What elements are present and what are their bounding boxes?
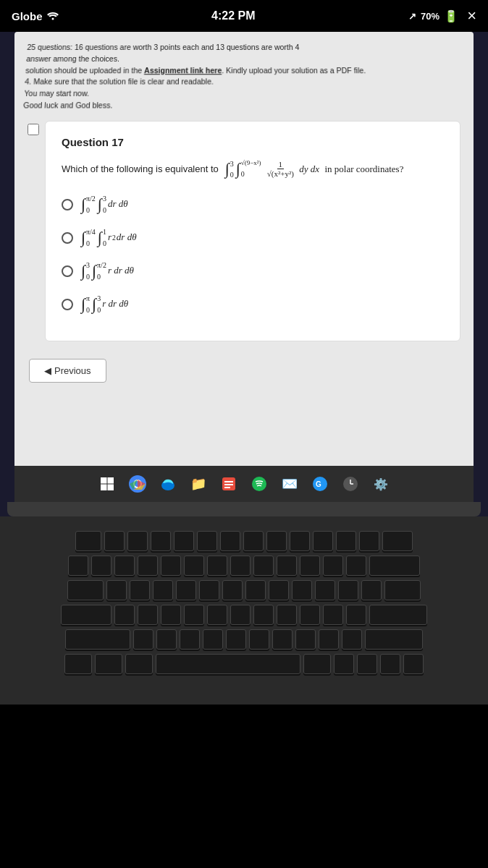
key-e[interactable] xyxy=(153,580,173,600)
instruction-line1: 25 questions: 16 questions are worth 3 p… xyxy=(27,42,461,54)
windows-icon[interactable] xyxy=(96,473,118,495)
key-minus[interactable] xyxy=(323,556,343,576)
key-x[interactable] xyxy=(156,629,177,650)
key-7[interactable] xyxy=(230,556,251,576)
app1-icon[interactable] xyxy=(218,473,240,495)
option-b[interactable]: ∫ π/40 ∫ 10 r2dr dθ xyxy=(62,226,444,250)
key-b[interactable] xyxy=(226,629,246,650)
key-f10[interactable] xyxy=(313,531,333,551)
key-f3[interactable] xyxy=(151,531,171,551)
key-tab[interactable] xyxy=(67,580,104,600)
key-c[interactable] xyxy=(180,629,200,650)
key-f[interactable] xyxy=(184,605,204,625)
settings-icon[interactable]: ⚙️ xyxy=(370,473,392,495)
option-d[interactable]: ∫ π0 ∫ 30 r dr dθ xyxy=(62,293,444,316)
key-f4[interactable] xyxy=(174,531,194,551)
option-c[interactable]: ∫ 30 ∫ π/20 r dr dθ xyxy=(62,260,444,283)
key-6[interactable] xyxy=(207,556,227,576)
key-1[interactable] xyxy=(91,556,112,576)
option-a[interactable]: ∫ π/20 ∫ 30 dr dθ xyxy=(62,193,444,216)
assignment-link[interactable]: Assignment link here xyxy=(144,66,222,75)
music-icon[interactable] xyxy=(248,473,270,495)
key-period[interactable] xyxy=(319,629,339,650)
key-3[interactable] xyxy=(138,556,158,576)
key-t[interactable] xyxy=(199,580,219,600)
key-f2[interactable] xyxy=(127,531,148,551)
key-lbracket[interactable] xyxy=(338,580,358,600)
key-v[interactable] xyxy=(203,629,223,650)
key-f11[interactable] xyxy=(336,531,356,551)
key-rshift[interactable] xyxy=(365,629,423,650)
key-d[interactable] xyxy=(161,605,181,625)
key-p[interactable] xyxy=(315,580,335,600)
key-quote[interactable] xyxy=(346,605,366,625)
key-backslash[interactable] xyxy=(384,580,421,600)
key-f8[interactable] xyxy=(266,531,287,551)
clock-icon[interactable] xyxy=(340,473,361,495)
key-del[interactable] xyxy=(382,531,413,551)
key-down[interactable] xyxy=(380,654,400,674)
key-4[interactable] xyxy=(161,556,181,576)
radio-b[interactable] xyxy=(62,232,73,244)
key-backtick[interactable] xyxy=(68,556,88,576)
key-5[interactable] xyxy=(184,556,204,576)
key-y[interactable] xyxy=(222,580,243,600)
radio-a[interactable] xyxy=(62,199,73,210)
key-n[interactable] xyxy=(249,629,269,650)
key-o[interactable] xyxy=(292,580,312,600)
key-a[interactable] xyxy=(114,605,135,625)
question-checkbox[interactable] xyxy=(28,124,39,135)
key-semicolon[interactable] xyxy=(323,605,343,625)
key-z[interactable] xyxy=(133,629,153,650)
key-equal[interactable] xyxy=(346,556,366,576)
key-f7[interactable] xyxy=(243,531,264,551)
key-f12[interactable] xyxy=(359,531,379,551)
key-s[interactable] xyxy=(138,605,158,625)
key-esc[interactable] xyxy=(75,531,101,551)
key-ralt[interactable] xyxy=(303,654,331,674)
key-right[interactable] xyxy=(403,654,424,674)
key-i[interactable] xyxy=(269,580,289,600)
key-m[interactable] xyxy=(272,629,293,650)
key-rbracket[interactable] xyxy=(361,580,382,600)
key-0[interactable] xyxy=(300,556,320,576)
radio-c[interactable] xyxy=(62,265,73,277)
key-fn[interactable] xyxy=(64,654,92,674)
key-k[interactable] xyxy=(277,605,297,625)
previous-button[interactable]: ◀ Previous xyxy=(29,359,106,383)
key-9[interactable] xyxy=(277,556,297,576)
key-f6[interactable] xyxy=(220,531,240,551)
key-w[interactable] xyxy=(130,580,150,600)
mail-icon[interactable]: ✉️ xyxy=(279,473,300,495)
key-comma[interactable] xyxy=(295,629,316,650)
key-u[interactable] xyxy=(245,580,266,600)
key-caps[interactable] xyxy=(61,605,112,625)
key-backspace[interactable] xyxy=(369,556,420,576)
key-g[interactable] xyxy=(207,605,227,625)
key-8[interactable] xyxy=(253,556,274,576)
edge-icon[interactable] xyxy=(157,473,179,495)
key-left[interactable] xyxy=(334,654,354,674)
filemanager-icon[interactable]: 📁 xyxy=(188,473,209,495)
key-f9[interactable] xyxy=(290,531,310,551)
key-lshift[interactable] xyxy=(65,629,130,650)
key-slash[interactable] xyxy=(342,629,362,650)
key-r[interactable] xyxy=(176,580,196,600)
key-q[interactable] xyxy=(106,580,127,600)
key-f1[interactable] xyxy=(104,531,125,551)
key-2[interactable] xyxy=(114,556,135,576)
close-button[interactable]: × xyxy=(467,7,476,25)
app3-icon[interactable]: G xyxy=(309,473,331,495)
key-j[interactable] xyxy=(253,605,274,625)
key-alt[interactable] xyxy=(125,654,153,674)
key-up[interactable] xyxy=(357,654,377,674)
key-f5[interactable] xyxy=(197,531,217,551)
key-row-2 xyxy=(22,556,466,576)
chrome-icon[interactable] xyxy=(127,473,148,495)
key-ctrl[interactable] xyxy=(95,654,122,674)
key-enter[interactable] xyxy=(369,605,427,625)
key-l[interactable] xyxy=(300,605,320,625)
key-space[interactable] xyxy=(156,654,300,674)
key-h[interactable] xyxy=(230,605,251,625)
radio-d[interactable] xyxy=(62,299,73,310)
